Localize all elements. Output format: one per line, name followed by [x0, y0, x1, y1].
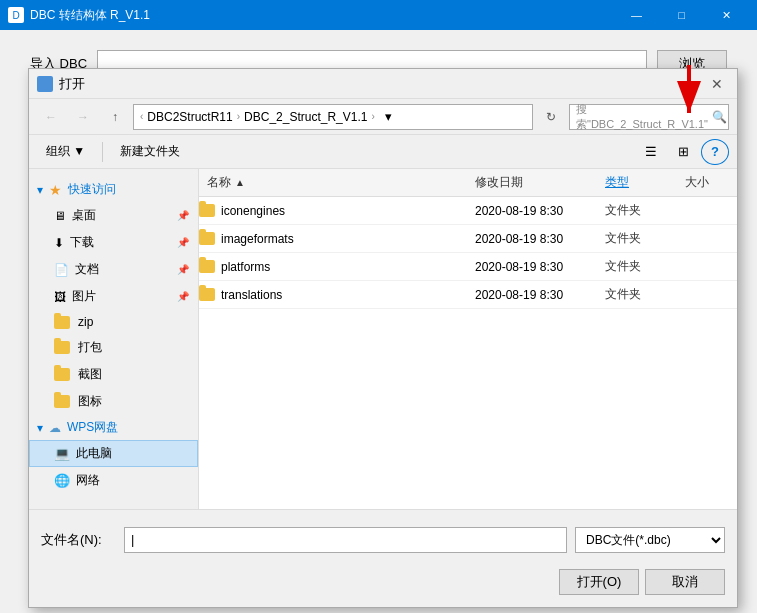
app-title: DBC 转结构体 R_V1.1	[30, 7, 150, 24]
folder-icon-2	[199, 260, 215, 273]
file-name-0: iconengines	[217, 197, 467, 224]
help-button[interactable]: ?	[701, 139, 729, 165]
sidebar-item-documents[interactable]: 📄 文档 📌	[29, 256, 198, 283]
file-list-header: 名称 ▲ 修改日期 类型 大小	[199, 169, 737, 197]
sidebar-quick-access[interactable]: ▾ ★ 快速访问	[29, 177, 198, 202]
nav-up-button[interactable]: ↑	[101, 104, 129, 130]
folder-icon-3	[199, 288, 215, 301]
title-bar-controls: — □ ✕	[614, 0, 749, 30]
sidebar-item-download[interactable]: ⬇ 下载 📌	[29, 229, 198, 256]
dialog-footer: 文件名(N): DBC文件(*.dbc)	[29, 509, 737, 569]
folder-icon-1	[199, 232, 215, 245]
this-pc-icon: 💻	[54, 446, 70, 461]
sidebar-wps[interactable]: ▾ ☁ WPS网盘	[29, 415, 198, 440]
dialog-close-button[interactable]: ✕	[705, 72, 729, 96]
address-separator-1: ›	[237, 111, 240, 122]
pin-icon-desktop: 📌	[177, 210, 189, 221]
view-details-button[interactable]: ⊞	[669, 139, 697, 165]
file-size-1	[677, 225, 737, 252]
toolbar-separator	[102, 142, 103, 162]
file-size-3	[677, 281, 737, 308]
download-icon: ⬇	[54, 236, 64, 250]
pack-label: 打包	[78, 339, 102, 356]
nav-back-button[interactable]: ←	[37, 104, 65, 130]
col-size-header[interactable]: 大小	[677, 169, 737, 196]
col-type-header[interactable]: 类型	[597, 169, 677, 196]
address-separator-2: ›	[371, 111, 374, 122]
screenshot-label: 截图	[78, 366, 102, 383]
address-bar[interactable]: ‹ DBC2StructR11 › DBC_2_Struct_R_V1.1 › …	[133, 104, 533, 130]
download-label: 下载	[70, 234, 94, 251]
file-type-3: 文件夹	[597, 281, 677, 308]
file-date-2: 2020-08-19 8:30	[467, 253, 597, 280]
file-type-2: 文件夹	[597, 253, 677, 280]
wps-label: WPS网盘	[67, 419, 118, 436]
open-button[interactable]: 打开(O)	[559, 569, 639, 595]
view-list-button[interactable]: ☰	[637, 139, 665, 165]
network-icon: 🌐	[54, 473, 70, 488]
file-name-2: platforms	[217, 253, 467, 280]
pack-folder-icon	[54, 341, 70, 354]
filetype-select[interactable]: DBC文件(*.dbc)	[575, 527, 725, 553]
wps-cloud-icon: ☁	[49, 421, 61, 435]
title-bar: D DBC 转结构体 R_V1.1 — □ ✕	[0, 0, 757, 30]
sidebar-item-zip[interactable]: zip	[29, 310, 198, 334]
address-dropdown-button[interactable]: ▾	[379, 106, 399, 128]
filename-label: 文件名(N):	[41, 531, 116, 549]
dialog-icon	[37, 76, 53, 92]
nav-forward-button[interactable]: →	[69, 104, 97, 130]
sidebar-item-this-pc[interactable]: 💻 此电脑	[29, 440, 198, 467]
table-row[interactable]: iconengines 2020-08-19 8:30 文件夹	[199, 197, 737, 225]
col-name-header[interactable]: 名称 ▲	[199, 169, 467, 196]
pin-icon-documents: 📌	[177, 264, 189, 275]
view-controls: ☰ ⊞ ?	[637, 139, 729, 165]
col-date-header[interactable]: 修改日期	[467, 169, 597, 196]
sidebar: ▾ ★ 快速访问 🖥 桌面 📌 ⬇ 下载 📌 📄 文档 📌	[29, 169, 199, 509]
sidebar-item-screenshot[interactable]: 截图	[29, 361, 198, 388]
desktop-icon: 🖥	[54, 209, 66, 223]
filename-input[interactable]	[124, 527, 567, 553]
app-icon: D	[8, 7, 24, 23]
file-date-3: 2020-08-19 8:30	[467, 281, 597, 308]
dialog-title: 打开	[59, 75, 85, 93]
file-date-1: 2020-08-19 8:30	[467, 225, 597, 252]
desktop-label: 桌面	[72, 207, 96, 224]
cancel-button[interactable]: 取消	[645, 569, 725, 595]
organize-button[interactable]: 组织 ▼	[37, 139, 94, 165]
sidebar-item-pack[interactable]: 打包	[29, 334, 198, 361]
file-list: 名称 ▲ 修改日期 类型 大小 iconengine	[199, 169, 737, 509]
sidebar-item-pictures[interactable]: 🖼 图片 📌	[29, 283, 198, 310]
table-row[interactable]: platforms 2020-08-19 8:30 文件夹	[199, 253, 737, 281]
app-window: D DBC 转结构体 R_V1.1 — □ ✕ 导入 DBC 浏览	[0, 0, 757, 613]
minimize-button[interactable]: —	[614, 0, 659, 30]
dialog-body: ▾ ★ 快速访问 🖥 桌面 📌 ⬇ 下载 📌 📄 文档 📌	[29, 169, 737, 509]
sidebar-item-icons[interactable]: 图标	[29, 388, 198, 415]
file-name-3: translations	[217, 281, 467, 308]
address-part-2: DBC_2_Struct_R_V1.1	[244, 110, 367, 124]
dialog-title-bar: 打开 ✕	[29, 69, 737, 99]
new-folder-button[interactable]: 新建文件夹	[111, 139, 189, 165]
quick-access-icon: ★	[49, 182, 62, 198]
pin-icon-pictures: 📌	[177, 291, 189, 302]
sidebar-item-network[interactable]: 🌐 网络	[29, 467, 198, 494]
icons-folder-icon	[54, 395, 70, 408]
table-row[interactable]: translations 2020-08-19 8:30 文件夹	[199, 281, 737, 309]
table-row[interactable]: imageformats 2020-08-19 8:30 文件夹	[199, 225, 737, 253]
this-pc-label: 此电脑	[76, 445, 112, 462]
file-size-0	[677, 197, 737, 224]
close-button[interactable]: ✕	[704, 0, 749, 30]
address-part-1: DBC2StructR11	[147, 110, 232, 124]
refresh-button[interactable]: ↻	[537, 104, 565, 130]
search-placeholder: 搜索"DBC_2_Struct_R_V1.1"	[576, 102, 708, 132]
search-bar[interactable]: 搜索"DBC_2_Struct_R_V1.1" 🔍	[569, 104, 729, 130]
file-date-0: 2020-08-19 8:30	[467, 197, 597, 224]
sidebar-item-desktop[interactable]: 🖥 桌面 📌	[29, 202, 198, 229]
network-label: 网络	[76, 472, 100, 489]
file-name-1: imageformats	[217, 225, 467, 252]
quick-access-chevron: ▾	[37, 183, 43, 197]
documents-label: 文档	[75, 261, 99, 278]
pictures-label: 图片	[72, 288, 96, 305]
maximize-button[interactable]: □	[659, 0, 704, 30]
file-type-0: 文件夹	[597, 197, 677, 224]
quick-access-label: 快速访问	[68, 181, 116, 198]
